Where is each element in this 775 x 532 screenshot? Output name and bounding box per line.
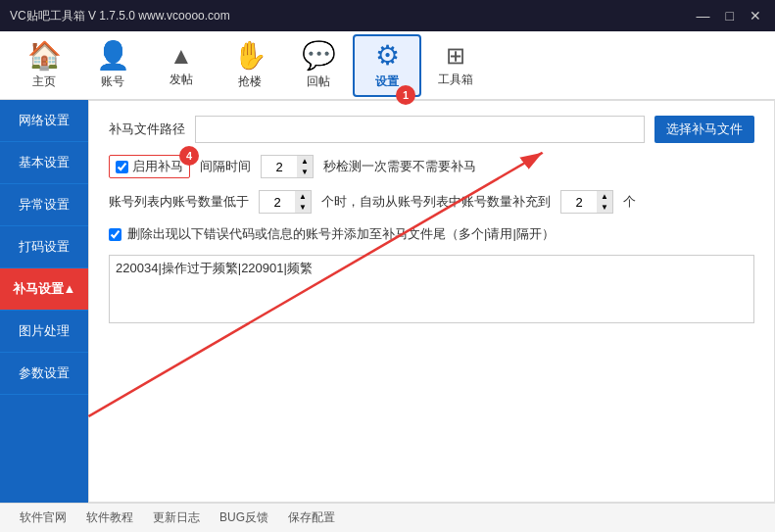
nav-grab[interactable]: ✋ 抢楼 bbox=[216, 34, 284, 97]
account-list-row: 账号列表内账号数量低于 ▲ ▼ 个时，自动从账号列表中账号数量补充到 ▲ ▼ 个 bbox=[109, 190, 754, 214]
enable-interval-row: 启用补马 4 间隔时间 ▲ ▼ 秒检测一次需要不需要补马 bbox=[109, 155, 754, 178]
account-list-spin-up2[interactable]: ▲ bbox=[597, 191, 612, 202]
footer-link-save[interactable]: 保存配置 bbox=[288, 509, 335, 526]
file-path-row: 补马文件路径 选择补马文件 bbox=[109, 116, 754, 143]
nav-post-label: 发帖 bbox=[170, 72, 193, 88]
sidebar: 网络设置 基本设置 异常设置 打码设置 补马设置▲ 图片处理 参数设置 bbox=[0, 100, 88, 503]
sidebar-item-image[interactable]: 图片处理 bbox=[0, 311, 88, 353]
interval-spin-btns: ▲ ▼ bbox=[297, 156, 313, 177]
account-list-spin-down2[interactable]: ▼ bbox=[597, 202, 612, 213]
account-list-spin-down1[interactable]: ▼ bbox=[295, 202, 311, 213]
nav-account[interactable]: 👤 账号 bbox=[78, 34, 147, 97]
footer-link-bug[interactable]: BUG反馈 bbox=[219, 509, 268, 526]
footer-link-changelog[interactable]: 更新日志 bbox=[153, 509, 200, 526]
nav-account-label: 账号 bbox=[101, 73, 124, 90]
interval-spinbox[interactable]: ▲ ▼ bbox=[261, 155, 314, 178]
account-icon: 👤 bbox=[96, 42, 130, 70]
window-controls: — □ ✕ bbox=[693, 9, 765, 23]
select-file-button[interactable]: 选择补马文件 bbox=[654, 116, 754, 143]
account-list-input1[interactable] bbox=[260, 191, 295, 213]
nav-reply[interactable]: 💬 回帖 bbox=[284, 34, 353, 97]
account-list-spin-up1[interactable]: ▲ bbox=[295, 191, 311, 202]
title-bar: VC贴吧工具箱 V 1.7.5.0 www.vcoooo.com — □ ✕ bbox=[0, 0, 775, 31]
interval-unit-label: 秒检测一次需要不需要补马 bbox=[323, 158, 476, 175]
reply-icon: 💬 bbox=[302, 42, 336, 70]
nav-settings[interactable]: ⚙ 设置 1 bbox=[353, 34, 421, 97]
account-list-spin-btns2: ▲ ▼ bbox=[597, 191, 612, 213]
enable-supplement-checkbox[interactable] bbox=[116, 161, 128, 173]
interval-spin-down[interactable]: ▼ bbox=[297, 167, 313, 177]
enable-supplement-label: 启用补马 bbox=[132, 158, 183, 175]
minimize-button[interactable]: — bbox=[693, 9, 714, 23]
file-path-label: 补马文件路径 bbox=[109, 121, 185, 138]
footer-link-website[interactable]: 软件官网 bbox=[20, 509, 67, 526]
interval-spin-up[interactable]: ▲ bbox=[297, 156, 313, 167]
footer: 软件官网 软件教程 更新日志 BUG反馈 保存配置 bbox=[0, 503, 775, 532]
nav-grab-label: 抢楼 bbox=[238, 73, 262, 90]
sidebar-item-network[interactable]: 网络设置 bbox=[0, 100, 88, 142]
nav-home-label: 主页 bbox=[32, 73, 56, 90]
account-list-spin-btns1: ▲ ▼ bbox=[295, 191, 311, 213]
account-list-spinbox1[interactable]: ▲ ▼ bbox=[259, 190, 312, 214]
settings-icon: ⚙ bbox=[375, 42, 400, 70]
main-wrapper: 网络设置 基本设置 异常设置 打码设置 补马设置▲ 图片处理 参数设置 补马文件… bbox=[0, 100, 775, 503]
sidebar-item-params[interactable]: 参数设置 bbox=[0, 353, 88, 395]
nav-home[interactable]: 🏠 主页 bbox=[10, 34, 78, 97]
maximize-button[interactable]: □ bbox=[722, 9, 738, 23]
tools-icon: ⊞ bbox=[446, 44, 465, 68]
sidebar-item-print[interactable]: 打码设置 bbox=[0, 226, 88, 268]
account-list-spinbox2[interactable]: ▲ ▼ bbox=[560, 190, 613, 214]
home-icon: 🏠 bbox=[27, 42, 62, 70]
nav-tools[interactable]: ⊞ 工具箱 bbox=[421, 34, 490, 97]
close-button[interactable]: ✕ bbox=[746, 9, 765, 23]
nav-settings-label: 设置 bbox=[375, 73, 399, 90]
post-icon: ▲ bbox=[170, 44, 193, 68]
nav-bar: 🏠 主页 👤 账号 ▲ 发帖 ✋ 抢楼 💬 回帖 ⚙ 设置 1 ⊞ 工具箱 bbox=[0, 31, 775, 100]
delete-errors-checkbox[interactable] bbox=[109, 228, 121, 241]
delete-checkbox-row: 删除出现以下错误代码或信息的账号并添加至补马文件尾（多个|请用|隔开） bbox=[109, 225, 754, 243]
nav-tools-label: 工具箱 bbox=[438, 72, 473, 88]
sidebar-item-exception[interactable]: 异常设置 bbox=[0, 184, 88, 226]
delete-errors-label: 删除出现以下错误代码或信息的账号并添加至补马文件尾（多个|请用|隔开） bbox=[127, 225, 555, 243]
content-area: 补马文件路径 选择补马文件 启用补马 4 间隔时间 ▲ ▼ 秒检测一次需要不需要… bbox=[88, 100, 775, 503]
file-path-input[interactable] bbox=[195, 116, 645, 143]
app-title: VC贴吧工具箱 V 1.7.5.0 www.vcoooo.com bbox=[10, 8, 230, 24]
account-list-unit-label: 个 bbox=[623, 193, 636, 211]
error-codes-textarea[interactable]: 220034|操作过于频繁|220901|频繁 bbox=[109, 255, 754, 323]
account-list-mid-label: 个时，自动从账号列表中账号数量补充到 bbox=[321, 193, 551, 211]
interval-label: 间隔时间 bbox=[200, 158, 251, 175]
footer-link-tutorial[interactable]: 软件教程 bbox=[86, 509, 133, 526]
sidebar-item-basic[interactable]: 基本设置 bbox=[0, 142, 88, 184]
account-list-label: 账号列表内账号数量低于 bbox=[109, 193, 249, 211]
nav-reply-label: 回帖 bbox=[307, 73, 330, 90]
grab-icon: ✋ bbox=[233, 42, 267, 70]
enable-supplement-checkbox-label[interactable]: 启用补马 4 bbox=[109, 155, 190, 178]
interval-input[interactable] bbox=[262, 156, 297, 177]
account-list-input2[interactable] bbox=[561, 191, 597, 213]
sidebar-item-supplement[interactable]: 补马设置▲ bbox=[0, 268, 88, 311]
nav-post[interactable]: ▲ 发帖 bbox=[147, 34, 216, 97]
